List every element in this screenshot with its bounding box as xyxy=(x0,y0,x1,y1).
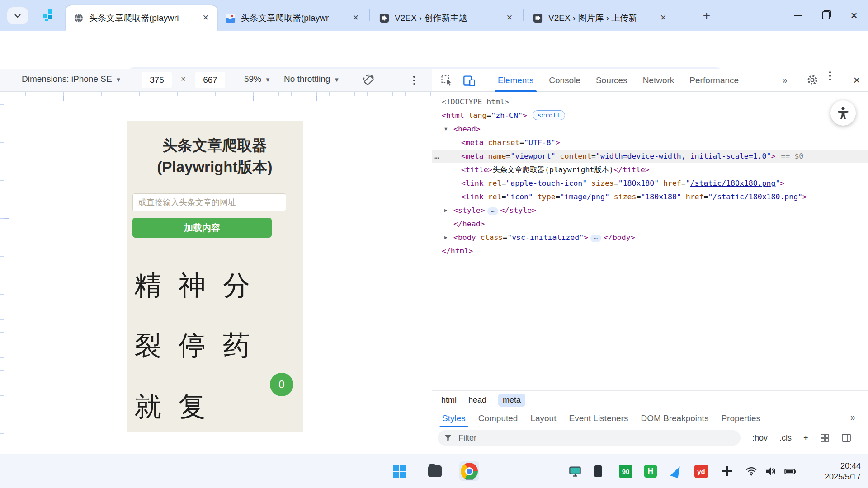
devtools-tab-performance[interactable]: Performance xyxy=(682,69,746,92)
tray-phone-link-button[interactable] xyxy=(588,461,608,481)
globe-favicon xyxy=(74,13,84,23)
start-button[interactable] xyxy=(390,461,410,481)
tray-ime-button[interactable] xyxy=(717,461,737,481)
code-token: = xyxy=(501,192,506,201)
code-line[interactable]: <link rel="icon" type="image/png" sizes=… xyxy=(432,190,868,204)
inline-expand-icon[interactable]: … xyxy=(590,235,601,242)
browser-tab-2[interactable]: 头条文章爬取器(playwr× xyxy=(217,5,368,31)
accessibility-floating-button[interactable] xyxy=(830,100,856,126)
zoom-select[interactable]: 59%▼ xyxy=(244,74,271,84)
window-restore-button[interactable] xyxy=(812,0,840,31)
code-line[interactable]: <title>头条文章爬取器(playwright版本)</title> xyxy=(432,163,868,177)
code-line[interactable]: <meta charset="UTF-8"> xyxy=(432,136,868,150)
pinned-app-icon[interactable] xyxy=(42,8,56,23)
code-line[interactable]: ▶<style>…</style> xyxy=(432,204,868,217)
scroll-badge[interactable]: scroll xyxy=(533,110,566,120)
devtools-close-button[interactable]: × xyxy=(849,72,864,88)
tray-volume-button[interactable] xyxy=(760,461,780,481)
code-line[interactable]: ▼<head> xyxy=(432,122,868,136)
file-explorer-button[interactable] xyxy=(425,461,445,481)
style-toggle-cls[interactable]: .cls xyxy=(779,433,792,442)
devtools-tab-sources[interactable]: Sources xyxy=(588,69,635,92)
code-line[interactable]: </html> xyxy=(432,244,868,258)
devtools-separator xyxy=(484,73,484,88)
styles-filter-field[interactable] xyxy=(438,430,741,446)
counter-badge[interactable]: 0 xyxy=(270,373,293,396)
more-pane-tabs-button[interactable]: » xyxy=(850,412,855,422)
line-options-icon[interactable]: … xyxy=(434,150,439,163)
taskbar-clock[interactable]: 20:44 2025/5/17 xyxy=(825,460,861,482)
window-minimize-button[interactable] xyxy=(784,0,812,31)
devtools-tab-elements[interactable]: Elements xyxy=(490,69,541,92)
code-token: = xyxy=(556,192,560,201)
tab-close-button[interactable]: × xyxy=(657,12,670,24)
battery-percent-badge: 90 xyxy=(619,465,632,478)
monitor-icon xyxy=(569,465,581,478)
code-line-selected[interactable]: …<meta name="viewport" content="width=de… xyxy=(432,150,868,163)
breadcrumb-html[interactable]: html xyxy=(441,395,457,405)
device-toolbar-menu-button[interactable] xyxy=(409,75,420,86)
style-toggle-[interactable]: + xyxy=(803,433,808,442)
code-line[interactable]: <html lang="zh-CN">scroll xyxy=(432,109,868,122)
load-content-button[interactable]: 加载内容 xyxy=(132,218,272,238)
browser-tab-1[interactable]: 头条文章爬取器(playwri× xyxy=(66,5,217,31)
code-token: > xyxy=(523,111,527,120)
style-toggle-hov[interactable]: :hov xyxy=(752,433,768,442)
tray-kite-app-button[interactable] xyxy=(666,461,686,481)
tray-wifi-button[interactable] xyxy=(741,461,761,481)
devtools-menu-button[interactable] xyxy=(829,75,842,88)
rotate-device-button[interactable] xyxy=(362,73,376,88)
inline-expand-icon[interactable]: … xyxy=(487,207,498,215)
breadcrumb-head[interactable]: head xyxy=(468,395,486,405)
collapse-arrow-icon[interactable]: ▶ xyxy=(444,231,448,244)
tab-search-button[interactable] xyxy=(7,7,28,24)
article-url-input[interactable] xyxy=(132,193,286,211)
code-token: lang xyxy=(464,111,487,120)
code-line[interactable]: <link rel="apple-touch-icon" sizes="180x… xyxy=(432,177,868,190)
code-token: > xyxy=(771,152,775,160)
expand-arrow-icon[interactable]: ▼ xyxy=(444,122,448,136)
viewport-width-input[interactable]: 375 xyxy=(142,72,172,88)
collapse-arrow-icon[interactable]: ▶ xyxy=(444,204,448,217)
more-panels-button[interactable]: » xyxy=(778,73,792,87)
devtools-tab-network[interactable]: Network xyxy=(635,69,682,92)
tab-close-button[interactable]: × xyxy=(349,12,362,24)
tray-huorong-button[interactable]: H xyxy=(641,461,660,481)
chrome-taskbar-button[interactable] xyxy=(459,461,479,481)
new-tab-button[interactable]: + xyxy=(698,7,715,24)
window-close-button[interactable]: × xyxy=(840,0,868,31)
tray-battery-button[interactable] xyxy=(780,461,800,481)
pane-tab-layout[interactable]: Layout xyxy=(524,409,562,427)
code-token: > xyxy=(780,179,784,188)
pane-tab-styles[interactable]: Styles xyxy=(436,409,472,427)
viewport-height-input[interactable]: 667 xyxy=(195,72,225,88)
chevron-down-icon: ▼ xyxy=(334,76,340,83)
computed-panel-toggle-icon[interactable] xyxy=(841,432,852,443)
styles-filter-input[interactable] xyxy=(458,433,712,443)
pane-tab-event-listeners[interactable]: Event Listeners xyxy=(562,409,634,427)
tray-screencast-button[interactable] xyxy=(565,461,585,481)
pane-tab-properties[interactable]: Properties xyxy=(715,409,767,427)
resource-link[interactable]: /static/180x180.png xyxy=(690,179,776,188)
toggle-device-toolbar-button[interactable] xyxy=(463,74,476,87)
code-line[interactable]: ▶<body class="vsc-initialized">…</body> xyxy=(432,231,868,244)
element-state-grid-icon[interactable] xyxy=(819,432,830,443)
throttling-select[interactable]: No throttling▼ xyxy=(284,74,340,84)
devtools-settings-button[interactable] xyxy=(807,74,819,87)
tab-close-button[interactable]: × xyxy=(503,12,516,24)
tab-close-button[interactable]: × xyxy=(199,12,212,24)
tray-youdao-button[interactable]: yd xyxy=(691,461,711,481)
browser-tab-4[interactable]: V2EX › 图片库 › 上传新× xyxy=(525,5,675,31)
pane-tab-computed[interactable]: Computed xyxy=(472,409,524,427)
inspect-element-button[interactable] xyxy=(440,74,453,87)
tray-battery-percent-button[interactable]: 90 xyxy=(616,461,636,481)
code-line[interactable]: </head> xyxy=(432,217,868,231)
resource-link[interactable]: /static/180x180.png xyxy=(712,192,798,201)
browser-tab-3[interactable]: V2EX › 创作新主题× xyxy=(371,5,521,31)
pane-tab-dom-breakpoints[interactable]: DOM Breakpoints xyxy=(634,409,715,427)
dark-folder-icon xyxy=(428,465,442,477)
breadcrumb-meta[interactable]: meta xyxy=(498,394,525,407)
device-dimensions-select[interactable]: Dimensions: iPhone SE▼ xyxy=(22,74,121,84)
code-line[interactable]: <!DOCTYPE html> xyxy=(432,95,868,109)
devtools-tab-console[interactable]: Console xyxy=(541,69,588,92)
